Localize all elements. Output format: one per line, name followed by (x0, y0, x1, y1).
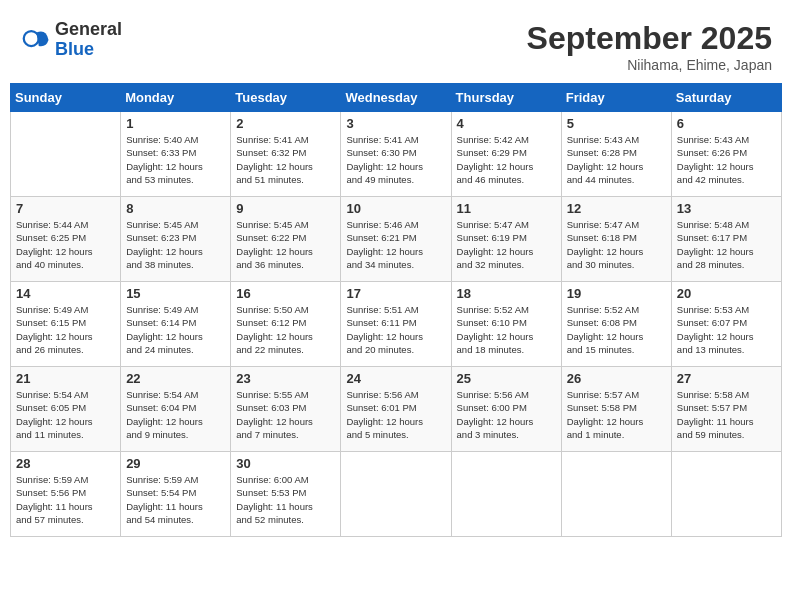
day-number: 4 (457, 116, 556, 131)
calendar-cell (451, 452, 561, 537)
day-number: 12 (567, 201, 666, 216)
day-number: 19 (567, 286, 666, 301)
day-info: Sunrise: 5:45 AMSunset: 6:23 PMDaylight:… (126, 218, 225, 271)
day-info: Sunrise: 5:56 AMSunset: 6:01 PMDaylight:… (346, 388, 445, 441)
calendar-cell: 26Sunrise: 5:57 AMSunset: 5:58 PMDayligh… (561, 367, 671, 452)
day-number: 20 (677, 286, 776, 301)
calendar-cell: 13Sunrise: 5:48 AMSunset: 6:17 PMDayligh… (671, 197, 781, 282)
day-info: Sunrise: 5:47 AMSunset: 6:18 PMDaylight:… (567, 218, 666, 271)
calendar-week-row: 14Sunrise: 5:49 AMSunset: 6:15 PMDayligh… (11, 282, 782, 367)
day-number: 27 (677, 371, 776, 386)
day-info: Sunrise: 5:56 AMSunset: 6:00 PMDaylight:… (457, 388, 556, 441)
calendar-cell: 19Sunrise: 5:52 AMSunset: 6:08 PMDayligh… (561, 282, 671, 367)
day-number: 5 (567, 116, 666, 131)
day-info: Sunrise: 5:51 AMSunset: 6:11 PMDaylight:… (346, 303, 445, 356)
calendar-cell: 25Sunrise: 5:56 AMSunset: 6:00 PMDayligh… (451, 367, 561, 452)
day-number: 28 (16, 456, 115, 471)
day-info: Sunrise: 5:54 AMSunset: 6:04 PMDaylight:… (126, 388, 225, 441)
calendar-cell: 15Sunrise: 5:49 AMSunset: 6:14 PMDayligh… (121, 282, 231, 367)
day-number: 3 (346, 116, 445, 131)
day-number: 9 (236, 201, 335, 216)
calendar-cell: 23Sunrise: 5:55 AMSunset: 6:03 PMDayligh… (231, 367, 341, 452)
day-info: Sunrise: 5:58 AMSunset: 5:57 PMDaylight:… (677, 388, 776, 441)
calendar-cell: 8Sunrise: 5:45 AMSunset: 6:23 PMDaylight… (121, 197, 231, 282)
logo-blue: Blue (55, 40, 122, 60)
calendar-cell: 4Sunrise: 5:42 AMSunset: 6:29 PMDaylight… (451, 112, 561, 197)
day-info: Sunrise: 5:44 AMSunset: 6:25 PMDaylight:… (16, 218, 115, 271)
logo-text: General Blue (55, 20, 122, 60)
weekday-header: Wednesday (341, 84, 451, 112)
location: Niihama, Ehime, Japan (527, 57, 772, 73)
calendar-cell (671, 452, 781, 537)
day-number: 10 (346, 201, 445, 216)
calendar-cell: 6Sunrise: 5:43 AMSunset: 6:26 PMDaylight… (671, 112, 781, 197)
day-info: Sunrise: 5:41 AMSunset: 6:30 PMDaylight:… (346, 133, 445, 186)
calendar-week-row: 21Sunrise: 5:54 AMSunset: 6:05 PMDayligh… (11, 367, 782, 452)
weekday-header: Saturday (671, 84, 781, 112)
day-info: Sunrise: 5:45 AMSunset: 6:22 PMDaylight:… (236, 218, 335, 271)
calendar-week-row: 7Sunrise: 5:44 AMSunset: 6:25 PMDaylight… (11, 197, 782, 282)
calendar-cell: 5Sunrise: 5:43 AMSunset: 6:28 PMDaylight… (561, 112, 671, 197)
day-number: 26 (567, 371, 666, 386)
day-info: Sunrise: 5:42 AMSunset: 6:29 PMDaylight:… (457, 133, 556, 186)
day-info: Sunrise: 5:43 AMSunset: 6:26 PMDaylight:… (677, 133, 776, 186)
calendar-cell: 29Sunrise: 5:59 AMSunset: 5:54 PMDayligh… (121, 452, 231, 537)
day-info: Sunrise: 5:46 AMSunset: 6:21 PMDaylight:… (346, 218, 445, 271)
logo: General Blue (20, 20, 122, 60)
svg-point-0 (24, 31, 39, 46)
calendar-table: SundayMondayTuesdayWednesdayThursdayFrid… (10, 83, 782, 537)
day-number: 22 (126, 371, 225, 386)
day-info: Sunrise: 5:49 AMSunset: 6:15 PMDaylight:… (16, 303, 115, 356)
calendar-cell (341, 452, 451, 537)
day-number: 8 (126, 201, 225, 216)
calendar-cell (11, 112, 121, 197)
day-info: Sunrise: 5:47 AMSunset: 6:19 PMDaylight:… (457, 218, 556, 271)
calendar-cell: 3Sunrise: 5:41 AMSunset: 6:30 PMDaylight… (341, 112, 451, 197)
day-info: Sunrise: 5:41 AMSunset: 6:32 PMDaylight:… (236, 133, 335, 186)
day-number: 1 (126, 116, 225, 131)
day-info: Sunrise: 5:53 AMSunset: 6:07 PMDaylight:… (677, 303, 776, 356)
day-number: 15 (126, 286, 225, 301)
weekday-header: Monday (121, 84, 231, 112)
title-area: September 2025 Niihama, Ehime, Japan (527, 20, 772, 73)
day-number: 14 (16, 286, 115, 301)
day-number: 2 (236, 116, 335, 131)
day-info: Sunrise: 5:49 AMSunset: 6:14 PMDaylight:… (126, 303, 225, 356)
day-info: Sunrise: 5:50 AMSunset: 6:12 PMDaylight:… (236, 303, 335, 356)
day-info: Sunrise: 5:54 AMSunset: 6:05 PMDaylight:… (16, 388, 115, 441)
calendar-cell: 14Sunrise: 5:49 AMSunset: 6:15 PMDayligh… (11, 282, 121, 367)
weekday-header: Thursday (451, 84, 561, 112)
day-info: Sunrise: 5:43 AMSunset: 6:28 PMDaylight:… (567, 133, 666, 186)
day-number: 6 (677, 116, 776, 131)
day-info: Sunrise: 5:59 AMSunset: 5:54 PMDaylight:… (126, 473, 225, 526)
day-info: Sunrise: 5:40 AMSunset: 6:33 PMDaylight:… (126, 133, 225, 186)
day-info: Sunrise: 5:55 AMSunset: 6:03 PMDaylight:… (236, 388, 335, 441)
weekday-header: Sunday (11, 84, 121, 112)
day-number: 24 (346, 371, 445, 386)
calendar-cell: 17Sunrise: 5:51 AMSunset: 6:11 PMDayligh… (341, 282, 451, 367)
day-info: Sunrise: 5:52 AMSunset: 6:08 PMDaylight:… (567, 303, 666, 356)
calendar-cell: 1Sunrise: 5:40 AMSunset: 6:33 PMDaylight… (121, 112, 231, 197)
day-number: 13 (677, 201, 776, 216)
calendar-cell: 7Sunrise: 5:44 AMSunset: 6:25 PMDaylight… (11, 197, 121, 282)
logo-icon (20, 25, 50, 55)
day-number: 21 (16, 371, 115, 386)
day-info: Sunrise: 5:52 AMSunset: 6:10 PMDaylight:… (457, 303, 556, 356)
day-info: Sunrise: 5:57 AMSunset: 5:58 PMDaylight:… (567, 388, 666, 441)
calendar-cell: 16Sunrise: 5:50 AMSunset: 6:12 PMDayligh… (231, 282, 341, 367)
calendar-cell: 11Sunrise: 5:47 AMSunset: 6:19 PMDayligh… (451, 197, 561, 282)
calendar-cell: 10Sunrise: 5:46 AMSunset: 6:21 PMDayligh… (341, 197, 451, 282)
calendar-cell: 18Sunrise: 5:52 AMSunset: 6:10 PMDayligh… (451, 282, 561, 367)
calendar-week-row: 1Sunrise: 5:40 AMSunset: 6:33 PMDaylight… (11, 112, 782, 197)
logo-general: General (55, 20, 122, 40)
day-info: Sunrise: 6:00 AMSunset: 5:53 PMDaylight:… (236, 473, 335, 526)
calendar-cell: 21Sunrise: 5:54 AMSunset: 6:05 PMDayligh… (11, 367, 121, 452)
weekday-header: Friday (561, 84, 671, 112)
month-title: September 2025 (527, 20, 772, 57)
day-number: 17 (346, 286, 445, 301)
calendar-cell: 12Sunrise: 5:47 AMSunset: 6:18 PMDayligh… (561, 197, 671, 282)
calendar-cell: 2Sunrise: 5:41 AMSunset: 6:32 PMDaylight… (231, 112, 341, 197)
calendar-cell: 30Sunrise: 6:00 AMSunset: 5:53 PMDayligh… (231, 452, 341, 537)
calendar-cell: 22Sunrise: 5:54 AMSunset: 6:04 PMDayligh… (121, 367, 231, 452)
day-number: 7 (16, 201, 115, 216)
